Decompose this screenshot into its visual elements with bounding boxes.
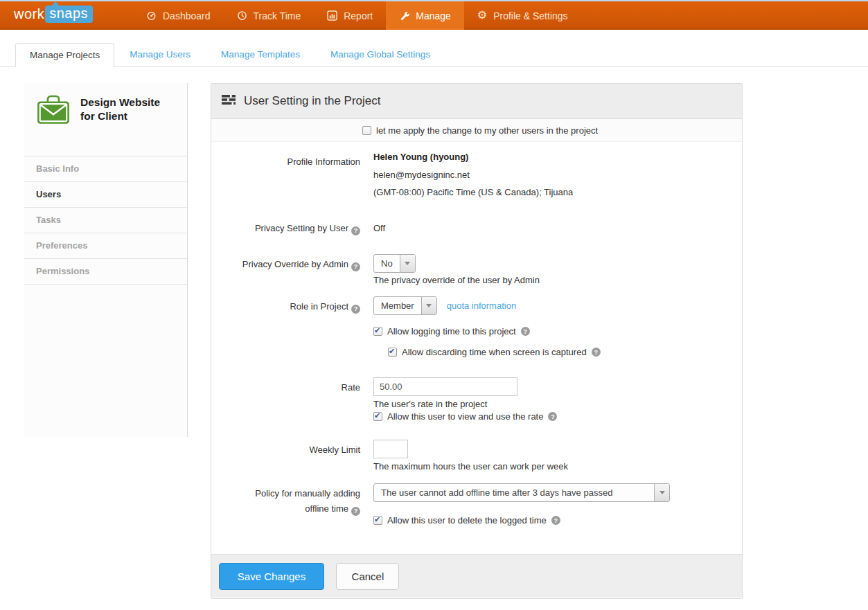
save-changes-button[interactable]: Save Changes xyxy=(219,563,324,590)
allow-discarding-row: Allow discarding time when screen is cap… xyxy=(388,347,601,357)
nav-label: Manage xyxy=(416,10,451,21)
allow-logging-label: Allow logging time to this project xyxy=(387,326,516,337)
allow-delete-label: Allow this user to delete the logged tim… xyxy=(387,515,547,526)
chevron-down-icon[interactable] xyxy=(654,484,669,501)
policy-select[interactable]: The user cannot add offline time after 3… xyxy=(373,483,670,502)
help-icon[interactable] xyxy=(521,327,530,336)
clock-icon xyxy=(237,10,247,21)
privacy-setting-value: Off xyxy=(373,223,385,233)
sidebar-item-users[interactable]: Users xyxy=(24,182,187,208)
tab-manage-templates[interactable]: Manage Templates xyxy=(206,43,315,66)
user-full-name: Helen Young (hyoung) xyxy=(373,152,468,162)
selected-value: No xyxy=(374,255,400,272)
nav-manage[interactable]: Manage xyxy=(386,1,464,30)
user-setting-panel: User Setting in the Project let me apply… xyxy=(211,83,743,599)
nav-label: Dashboard xyxy=(163,10,211,21)
privacy-override-select[interactable]: No xyxy=(373,254,416,273)
chevron-down-icon[interactable] xyxy=(421,297,436,314)
form-footer: Save Changes Cancel xyxy=(211,554,742,598)
privacy-override-help-text: The privacy override of the user by Admi… xyxy=(373,275,540,285)
sidebar-item-tasks[interactable]: Tasks xyxy=(24,208,187,233)
selected-value: Member xyxy=(374,297,421,314)
help-icon[interactable] xyxy=(548,412,557,421)
project-title: Design Website for Client xyxy=(80,94,160,156)
allow-view-rate-row: Allow this user to view and use the rate xyxy=(373,411,557,422)
sidebar-item-preferences[interactable]: Preferences xyxy=(24,233,187,259)
top-navigation-bar: work snaps Dashboard Track Time Report xyxy=(0,1,868,30)
rate-help-text: The user's rate in the project xyxy=(373,399,487,409)
allow-logging-checkbox[interactable] xyxy=(373,327,382,336)
logo-text-work: work xyxy=(14,6,44,22)
help-icon[interactable] xyxy=(351,262,360,271)
manage-tab-bar: Manage Projects Manage Users Manage Temp… xyxy=(0,43,868,67)
help-icon[interactable] xyxy=(551,516,560,525)
nav-track-time[interactable]: Track Time xyxy=(224,1,315,30)
quota-information-link[interactable]: quota information xyxy=(447,300,516,311)
allow-logging-row: Allow logging time to this project xyxy=(373,326,530,337)
project-header: Design Website for Client xyxy=(24,83,187,156)
weekly-limit-label: Weekly Limit xyxy=(218,445,360,455)
panel-header: User Setting in the Project xyxy=(211,84,742,119)
weekly-limit-input[interactable] xyxy=(373,440,408,458)
cancel-button[interactable]: Cancel xyxy=(336,563,399,590)
rate-input[interactable] xyxy=(373,377,517,396)
gear-icon: ⚙ xyxy=(477,10,487,21)
profile-information-label: Profile Information xyxy=(218,156,360,167)
user-timezone: (GMT-08:00) Pacific Time (US & Canada); … xyxy=(373,187,573,197)
worksnaps-logo[interactable]: work snaps xyxy=(14,6,93,23)
report-chart-icon xyxy=(327,10,337,21)
nav-label: Profile & Settings xyxy=(493,10,567,21)
user-setting-form: Profile Information Helen Young (hyoung)… xyxy=(211,142,742,554)
chevron-down-icon[interactable] xyxy=(400,255,415,272)
role-in-project-label: Role in Project xyxy=(218,301,360,314)
privacy-setting-label: Privacy Setting by User xyxy=(218,223,360,235)
tab-manage-users[interactable]: Manage Users xyxy=(114,43,206,66)
policy-label: Policy for manually adding offline time xyxy=(218,488,360,516)
nav-label: Report xyxy=(344,10,373,21)
apply-to-others-checkbox[interactable] xyxy=(362,126,371,135)
page-title: User Setting in the Project xyxy=(244,94,380,108)
allow-discarding-label: Allow discarding time when screen is cap… xyxy=(402,347,587,357)
worksnaps-app: work snaps Dashboard Track Time Report xyxy=(0,0,868,610)
project-menu: Basic Info Users Tasks Preferences Permi… xyxy=(24,156,187,285)
briefcase-icon xyxy=(36,94,71,156)
help-icon[interactable] xyxy=(351,507,360,516)
wrench-icon xyxy=(399,10,409,21)
allow-delete-checkbox[interactable] xyxy=(373,516,382,525)
help-icon[interactable] xyxy=(351,305,360,314)
sidebar-item-basic-info[interactable]: Basic Info xyxy=(24,156,187,182)
main-nav: Dashboard Track Time Report Manage xyxy=(133,1,581,30)
tab-manage-global-settings[interactable]: Manage Global Settings xyxy=(315,43,445,66)
nav-profile-settings[interactable]: ⚙ Profile & Settings xyxy=(464,1,581,30)
dashboard-icon xyxy=(146,10,157,21)
user-email: helen@mydesigninc.net xyxy=(373,170,470,180)
weekly-limit-help-text: The maximum hours the user can work per … xyxy=(373,461,568,472)
role-select[interactable]: Member xyxy=(373,296,437,315)
logo-text-snaps: snaps xyxy=(45,6,93,23)
nav-label: Track Time xyxy=(254,10,301,21)
selected-value: The user cannot add offline time after 3… xyxy=(374,484,619,501)
project-sidebar: Design Website for Client Basic Info Use… xyxy=(24,83,188,437)
nav-report[interactable]: Report xyxy=(314,1,386,30)
tasks-list-icon xyxy=(222,94,236,108)
help-icon[interactable] xyxy=(351,226,360,235)
rate-label: Rate xyxy=(218,382,360,393)
allow-view-rate-label: Allow this user to view and use the rate xyxy=(387,411,543,422)
allow-view-rate-checkbox[interactable] xyxy=(373,412,382,421)
sidebar-item-permissions[interactable]: Permissions xyxy=(24,259,187,285)
apply-to-others-row: let me apply the change to my other user… xyxy=(211,119,742,142)
allow-discarding-checkbox[interactable] xyxy=(388,348,397,357)
help-icon[interactable] xyxy=(592,348,601,357)
tab-manage-projects[interactable]: Manage Projects xyxy=(15,43,114,67)
apply-to-others-label: let me apply the change to my other user… xyxy=(376,125,598,136)
role-row: Member quota information xyxy=(373,296,516,315)
privacy-override-label: Privacy Override by Admin xyxy=(218,259,360,271)
nav-dashboard[interactable]: Dashboard xyxy=(133,1,224,30)
allow-delete-row: Allow this user to delete the logged tim… xyxy=(373,515,560,526)
